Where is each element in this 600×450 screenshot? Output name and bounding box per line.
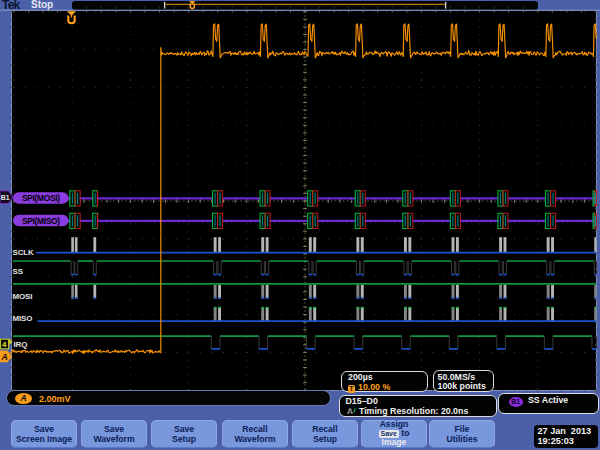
svg-text:SPI(MOSI): SPI(MOSI) (22, 193, 60, 203)
svg-text:SPI(MISO): SPI(MISO) (22, 216, 60, 226)
svg-text:IRQ: IRQ (14, 340, 28, 349)
svg-text:A: A (1, 352, 8, 362)
svg-text:4: 4 (2, 340, 7, 349)
svg-text:SCLK: SCLK (13, 248, 34, 257)
svg-text:MISO: MISO (13, 314, 33, 323)
svg-text:MOSI: MOSI (13, 292, 33, 301)
svg-text:SS: SS (13, 267, 23, 276)
svg-text:B1: B1 (1, 194, 10, 201)
